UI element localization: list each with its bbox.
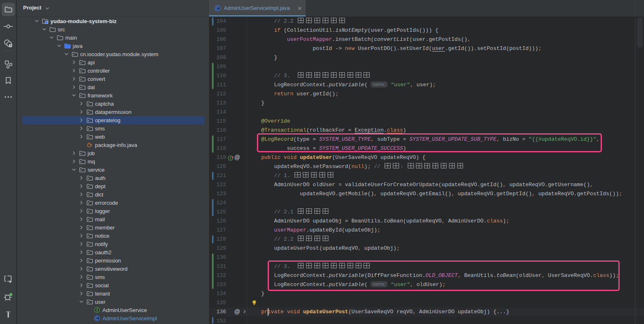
- svg-text:?: ?: [10, 44, 12, 47]
